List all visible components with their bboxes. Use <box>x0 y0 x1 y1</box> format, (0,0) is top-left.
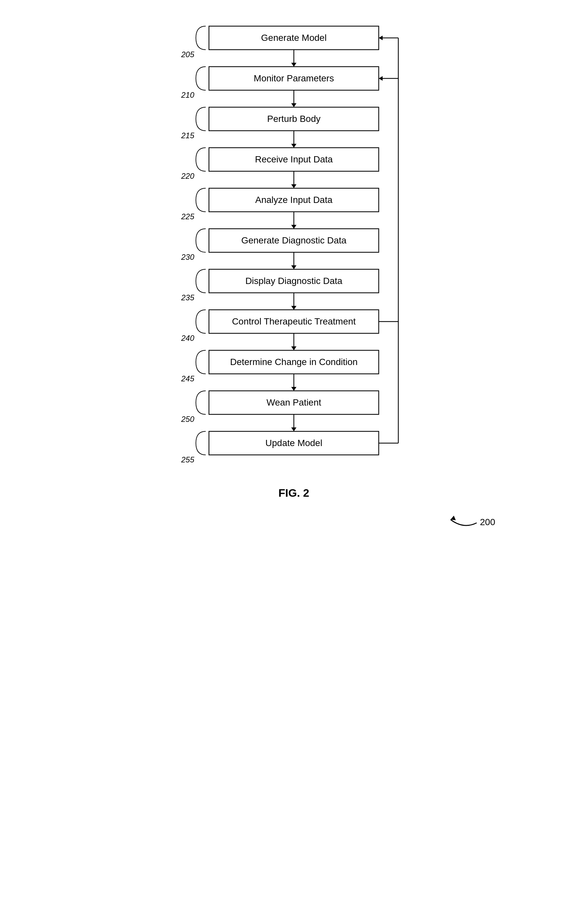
label-245: 245 <box>181 374 195 383</box>
label-250: 250 <box>181 415 195 424</box>
figure-label: FIG. 2 <box>278 487 309 499</box>
label-230: 230 <box>181 253 195 261</box>
step-250-text: Wean Patient <box>267 397 321 408</box>
step-255-text: Update Model <box>265 438 322 448</box>
label-205: 205 <box>181 50 195 59</box>
svg-marker-5 <box>291 103 296 107</box>
svg-marker-14 <box>291 225 296 229</box>
step-210-text: Monitor Parameters <box>254 73 334 83</box>
reference-200: 200 <box>480 517 495 527</box>
svg-marker-20 <box>291 306 296 310</box>
svg-marker-23 <box>291 347 296 350</box>
svg-marker-29 <box>291 428 296 431</box>
label-255: 255 <box>181 455 195 464</box>
step-205-text: Generate Model <box>261 33 327 43</box>
step-245-text: Determine Change in Condition <box>230 357 358 367</box>
step-215-text: Perturb Body <box>267 114 320 124</box>
label-225: 225 <box>181 212 195 221</box>
step-235-text: Display Diagnostic Data <box>245 276 342 286</box>
step-230-text: Generate Diagnostic Data <box>241 235 347 245</box>
label-235: 235 <box>181 293 195 302</box>
svg-marker-38 <box>451 516 456 520</box>
label-210: 210 <box>181 91 195 99</box>
svg-marker-11 <box>291 184 296 188</box>
label-240: 240 <box>181 334 195 342</box>
label-215: 215 <box>181 131 195 140</box>
svg-marker-26 <box>291 387 296 391</box>
step-220-text: Receive Input Data <box>255 154 333 164</box>
svg-marker-36 <box>379 76 383 81</box>
label-220: 220 <box>181 172 195 180</box>
step-225-text: Analyze Input Data <box>255 195 333 205</box>
svg-marker-2 <box>291 63 296 66</box>
svg-marker-17 <box>291 266 296 269</box>
svg-marker-34 <box>379 36 383 40</box>
svg-marker-8 <box>291 144 296 148</box>
step-240-text: Control Therapeutic Treatment <box>232 316 355 327</box>
